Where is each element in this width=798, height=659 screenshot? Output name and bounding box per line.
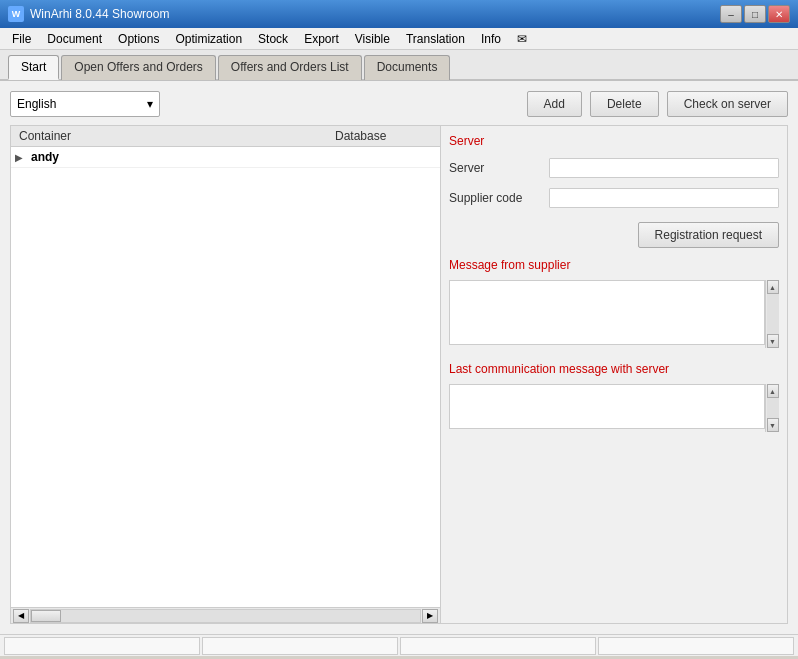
- main-content: English ▾ Add Delete Check on server Con…: [0, 81, 798, 634]
- message-from-supplier-label: Message from supplier: [449, 258, 779, 272]
- right-panel: Server Server Supplier code Registration…: [441, 126, 787, 623]
- menu-translation[interactable]: Translation: [398, 30, 473, 48]
- menu-export[interactable]: Export: [296, 30, 347, 48]
- message-scrollbar[interactable]: ▲ ▼: [765, 280, 779, 348]
- left-panel: Container Database ▶ andy ◀ ▶: [11, 126, 441, 623]
- scroll-thumb[interactable]: [31, 610, 61, 622]
- tab-open-offers[interactable]: Open Offers and Orders: [61, 55, 216, 80]
- supplier-code-input[interactable]: [549, 188, 779, 208]
- window-controls: – □ ✕: [720, 5, 790, 23]
- scroll-right-button[interactable]: ▶: [422, 609, 438, 623]
- last-scroll-down-button[interactable]: ▼: [767, 418, 779, 432]
- last-communication-label: Last communication message with server: [449, 362, 779, 376]
- maximize-button[interactable]: □: [744, 5, 766, 23]
- column-container: Container: [15, 129, 335, 143]
- table-body: ▶ andy: [11, 147, 440, 607]
- supplier-code-label: Supplier code: [449, 191, 549, 205]
- vscroll-track: [767, 294, 779, 334]
- add-button[interactable]: Add: [527, 91, 582, 117]
- menu-document[interactable]: Document: [39, 30, 110, 48]
- horizontal-scrollbar[interactable]: ◀ ▶: [11, 607, 440, 623]
- last-scroll-up-button[interactable]: ▲: [767, 384, 779, 398]
- language-select[interactable]: English ▾: [10, 91, 160, 117]
- message-from-supplier-container: ▲ ▼: [449, 280, 779, 348]
- status-segment-2: [202, 637, 398, 655]
- content-panels: Container Database ▶ andy ◀ ▶ Server: [10, 125, 788, 624]
- last-comm-scrollbar[interactable]: ▲ ▼: [765, 384, 779, 432]
- last-vscroll-track: [767, 398, 779, 418]
- window-title: WinArhi 8.0.44 Showroom: [30, 7, 720, 21]
- row-expand-icon: ▶: [15, 152, 27, 163]
- menu-options[interactable]: Options: [110, 30, 167, 48]
- minimize-button[interactable]: –: [720, 5, 742, 23]
- status-segment-4: [598, 637, 794, 655]
- column-database: Database: [335, 129, 436, 143]
- menu-mail-icon[interactable]: ✉: [509, 30, 535, 48]
- server-field-row: Server: [449, 158, 779, 178]
- menu-bar: File Document Options Optimization Stock…: [0, 28, 798, 50]
- last-communication-container: ▲ ▼: [449, 384, 779, 432]
- status-segment-1: [4, 637, 200, 655]
- registration-request-button[interactable]: Registration request: [638, 222, 779, 248]
- scroll-track[interactable]: [30, 609, 421, 623]
- menu-info[interactable]: Info: [473, 30, 509, 48]
- scroll-up-button[interactable]: ▲: [767, 280, 779, 294]
- tab-start[interactable]: Start: [8, 55, 59, 80]
- toolbar: English ▾ Add Delete Check on server: [10, 91, 788, 117]
- scroll-left-button[interactable]: ◀: [13, 609, 29, 623]
- last-communication-textarea[interactable]: [449, 384, 765, 429]
- menu-optimization[interactable]: Optimization: [167, 30, 250, 48]
- row-container-name: andy: [31, 150, 59, 164]
- app-icon: W: [8, 6, 24, 22]
- tab-bar: Start Open Offers and Orders Offers and …: [0, 50, 798, 81]
- server-section-label: Server: [449, 134, 779, 148]
- tab-documents[interactable]: Documents: [364, 55, 451, 80]
- status-segment-3: [400, 637, 596, 655]
- language-value: English: [17, 97, 56, 111]
- server-label: Server: [449, 161, 549, 175]
- server-input[interactable]: [549, 158, 779, 178]
- status-bar: [0, 634, 798, 656]
- dropdown-arrow-icon: ▾: [147, 97, 153, 111]
- menu-visible[interactable]: Visible: [347, 30, 398, 48]
- delete-button[interactable]: Delete: [590, 91, 659, 117]
- tab-offers-list[interactable]: Offers and Orders List: [218, 55, 362, 80]
- title-bar: W WinArhi 8.0.44 Showroom – □ ✕: [0, 0, 798, 28]
- message-from-supplier-textarea[interactable]: [449, 280, 765, 345]
- menu-stock[interactable]: Stock: [250, 30, 296, 48]
- supplier-code-row: Supplier code: [449, 188, 779, 208]
- table-header: Container Database: [11, 126, 440, 147]
- scroll-down-button[interactable]: ▼: [767, 334, 779, 348]
- table-row[interactable]: ▶ andy: [11, 147, 440, 168]
- check-on-server-button[interactable]: Check on server: [667, 91, 788, 117]
- close-button[interactable]: ✕: [768, 5, 790, 23]
- registration-button-row: Registration request: [449, 222, 779, 248]
- menu-file[interactable]: File: [4, 30, 39, 48]
